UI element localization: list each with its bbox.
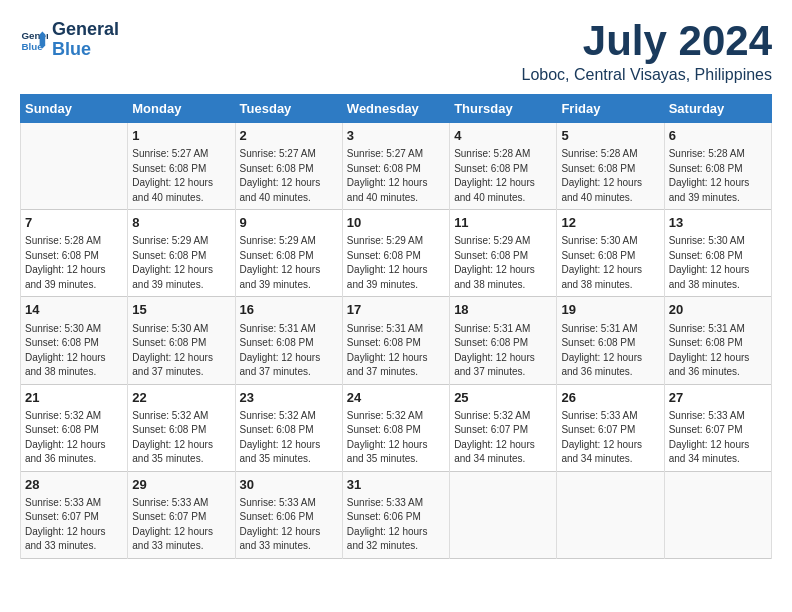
calendar-cell: 2Sunrise: 5:27 AM Sunset: 6:08 PM Daylig… xyxy=(235,123,342,210)
header-monday: Monday xyxy=(128,95,235,123)
calendar-cell: 26Sunrise: 5:33 AM Sunset: 6:07 PM Dayli… xyxy=(557,384,664,471)
calendar-week-3: 14Sunrise: 5:30 AM Sunset: 6:08 PM Dayli… xyxy=(21,297,772,384)
day-number: 19 xyxy=(561,301,659,319)
logo-general: General xyxy=(52,20,119,40)
title-section: July 2024 Loboc, Central Visayas, Philip… xyxy=(521,20,772,84)
calendar-cell: 12Sunrise: 5:30 AM Sunset: 6:08 PM Dayli… xyxy=(557,210,664,297)
day-content: Sunrise: 5:28 AM Sunset: 6:08 PM Dayligh… xyxy=(669,147,767,205)
day-content: Sunrise: 5:28 AM Sunset: 6:08 PM Dayligh… xyxy=(25,234,123,292)
day-number: 10 xyxy=(347,214,445,232)
day-content: Sunrise: 5:32 AM Sunset: 6:08 PM Dayligh… xyxy=(25,409,123,467)
page-title: July 2024 xyxy=(521,20,772,62)
day-content: Sunrise: 5:31 AM Sunset: 6:08 PM Dayligh… xyxy=(561,322,659,380)
day-content: Sunrise: 5:33 AM Sunset: 6:06 PM Dayligh… xyxy=(240,496,338,554)
day-number: 13 xyxy=(669,214,767,232)
day-number: 20 xyxy=(669,301,767,319)
calendar-cell: 18Sunrise: 5:31 AM Sunset: 6:08 PM Dayli… xyxy=(450,297,557,384)
day-number: 1 xyxy=(132,127,230,145)
calendar-cell: 5Sunrise: 5:28 AM Sunset: 6:08 PM Daylig… xyxy=(557,123,664,210)
calendar-cell: 9Sunrise: 5:29 AM Sunset: 6:08 PM Daylig… xyxy=(235,210,342,297)
day-number: 23 xyxy=(240,389,338,407)
day-content: Sunrise: 5:33 AM Sunset: 6:07 PM Dayligh… xyxy=(25,496,123,554)
calendar-cell: 17Sunrise: 5:31 AM Sunset: 6:08 PM Dayli… xyxy=(342,297,449,384)
calendar-table: SundayMondayTuesdayWednesdayThursdayFrid… xyxy=(20,94,772,559)
calendar-cell: 15Sunrise: 5:30 AM Sunset: 6:08 PM Dayli… xyxy=(128,297,235,384)
day-number: 26 xyxy=(561,389,659,407)
day-content: Sunrise: 5:30 AM Sunset: 6:08 PM Dayligh… xyxy=(561,234,659,292)
calendar-cell: 8Sunrise: 5:29 AM Sunset: 6:08 PM Daylig… xyxy=(128,210,235,297)
day-number: 25 xyxy=(454,389,552,407)
calendar-cell: 28Sunrise: 5:33 AM Sunset: 6:07 PM Dayli… xyxy=(21,471,128,558)
calendar-cell: 13Sunrise: 5:30 AM Sunset: 6:08 PM Dayli… xyxy=(664,210,771,297)
calendar-cell: 25Sunrise: 5:32 AM Sunset: 6:07 PM Dayli… xyxy=(450,384,557,471)
day-number: 21 xyxy=(25,389,123,407)
logo: General Blue General Blue xyxy=(20,20,119,60)
day-number: 12 xyxy=(561,214,659,232)
day-number: 4 xyxy=(454,127,552,145)
header-sunday: Sunday xyxy=(21,95,128,123)
day-content: Sunrise: 5:33 AM Sunset: 6:07 PM Dayligh… xyxy=(561,409,659,467)
day-content: Sunrise: 5:31 AM Sunset: 6:08 PM Dayligh… xyxy=(669,322,767,380)
header-wednesday: Wednesday xyxy=(342,95,449,123)
calendar-cell: 20Sunrise: 5:31 AM Sunset: 6:08 PM Dayli… xyxy=(664,297,771,384)
logo-icon: General Blue xyxy=(20,26,48,54)
calendar-cell: 27Sunrise: 5:33 AM Sunset: 6:07 PM Dayli… xyxy=(664,384,771,471)
day-content: Sunrise: 5:27 AM Sunset: 6:08 PM Dayligh… xyxy=(240,147,338,205)
day-number: 16 xyxy=(240,301,338,319)
calendar-week-5: 28Sunrise: 5:33 AM Sunset: 6:07 PM Dayli… xyxy=(21,471,772,558)
day-number: 29 xyxy=(132,476,230,494)
day-number: 22 xyxy=(132,389,230,407)
calendar-cell: 4Sunrise: 5:28 AM Sunset: 6:08 PM Daylig… xyxy=(450,123,557,210)
page-header: General Blue General Blue July 2024 Lobo… xyxy=(20,20,772,84)
day-content: Sunrise: 5:27 AM Sunset: 6:08 PM Dayligh… xyxy=(347,147,445,205)
day-content: Sunrise: 5:33 AM Sunset: 6:06 PM Dayligh… xyxy=(347,496,445,554)
calendar-cell xyxy=(557,471,664,558)
calendar-cell xyxy=(21,123,128,210)
calendar-cell: 3Sunrise: 5:27 AM Sunset: 6:08 PM Daylig… xyxy=(342,123,449,210)
calendar-cell: 23Sunrise: 5:32 AM Sunset: 6:08 PM Dayli… xyxy=(235,384,342,471)
day-number: 7 xyxy=(25,214,123,232)
day-number: 6 xyxy=(669,127,767,145)
day-content: Sunrise: 5:29 AM Sunset: 6:08 PM Dayligh… xyxy=(132,234,230,292)
calendar-header-row: SundayMondayTuesdayWednesdayThursdayFrid… xyxy=(21,95,772,123)
day-content: Sunrise: 5:31 AM Sunset: 6:08 PM Dayligh… xyxy=(347,322,445,380)
header-friday: Friday xyxy=(557,95,664,123)
calendar-cell: 30Sunrise: 5:33 AM Sunset: 6:06 PM Dayli… xyxy=(235,471,342,558)
day-content: Sunrise: 5:30 AM Sunset: 6:08 PM Dayligh… xyxy=(25,322,123,380)
day-number: 2 xyxy=(240,127,338,145)
day-content: Sunrise: 5:33 AM Sunset: 6:07 PM Dayligh… xyxy=(132,496,230,554)
day-content: Sunrise: 5:29 AM Sunset: 6:08 PM Dayligh… xyxy=(347,234,445,292)
day-number: 15 xyxy=(132,301,230,319)
day-content: Sunrise: 5:28 AM Sunset: 6:08 PM Dayligh… xyxy=(454,147,552,205)
calendar-cell: 21Sunrise: 5:32 AM Sunset: 6:08 PM Dayli… xyxy=(21,384,128,471)
calendar-cell: 24Sunrise: 5:32 AM Sunset: 6:08 PM Dayli… xyxy=(342,384,449,471)
header-saturday: Saturday xyxy=(664,95,771,123)
day-number: 24 xyxy=(347,389,445,407)
calendar-cell: 19Sunrise: 5:31 AM Sunset: 6:08 PM Dayli… xyxy=(557,297,664,384)
calendar-cell: 16Sunrise: 5:31 AM Sunset: 6:08 PM Dayli… xyxy=(235,297,342,384)
day-content: Sunrise: 5:31 AM Sunset: 6:08 PM Dayligh… xyxy=(240,322,338,380)
calendar-cell: 22Sunrise: 5:32 AM Sunset: 6:08 PM Dayli… xyxy=(128,384,235,471)
day-content: Sunrise: 5:31 AM Sunset: 6:08 PM Dayligh… xyxy=(454,322,552,380)
day-content: Sunrise: 5:32 AM Sunset: 6:07 PM Dayligh… xyxy=(454,409,552,467)
calendar-cell: 31Sunrise: 5:33 AM Sunset: 6:06 PM Dayli… xyxy=(342,471,449,558)
day-number: 28 xyxy=(25,476,123,494)
day-number: 17 xyxy=(347,301,445,319)
calendar-week-1: 1Sunrise: 5:27 AM Sunset: 6:08 PM Daylig… xyxy=(21,123,772,210)
day-number: 9 xyxy=(240,214,338,232)
page-subtitle: Loboc, Central Visayas, Philippines xyxy=(521,66,772,84)
calendar-cell: 1Sunrise: 5:27 AM Sunset: 6:08 PM Daylig… xyxy=(128,123,235,210)
calendar-week-4: 21Sunrise: 5:32 AM Sunset: 6:08 PM Dayli… xyxy=(21,384,772,471)
header-thursday: Thursday xyxy=(450,95,557,123)
calendar-cell xyxy=(450,471,557,558)
day-content: Sunrise: 5:28 AM Sunset: 6:08 PM Dayligh… xyxy=(561,147,659,205)
day-content: Sunrise: 5:27 AM Sunset: 6:08 PM Dayligh… xyxy=(132,147,230,205)
calendar-week-2: 7Sunrise: 5:28 AM Sunset: 6:08 PM Daylig… xyxy=(21,210,772,297)
day-content: Sunrise: 5:30 AM Sunset: 6:08 PM Dayligh… xyxy=(669,234,767,292)
calendar-cell xyxy=(664,471,771,558)
day-content: Sunrise: 5:29 AM Sunset: 6:08 PM Dayligh… xyxy=(240,234,338,292)
calendar-cell: 7Sunrise: 5:28 AM Sunset: 6:08 PM Daylig… xyxy=(21,210,128,297)
calendar-cell: 14Sunrise: 5:30 AM Sunset: 6:08 PM Dayli… xyxy=(21,297,128,384)
day-number: 3 xyxy=(347,127,445,145)
day-number: 27 xyxy=(669,389,767,407)
